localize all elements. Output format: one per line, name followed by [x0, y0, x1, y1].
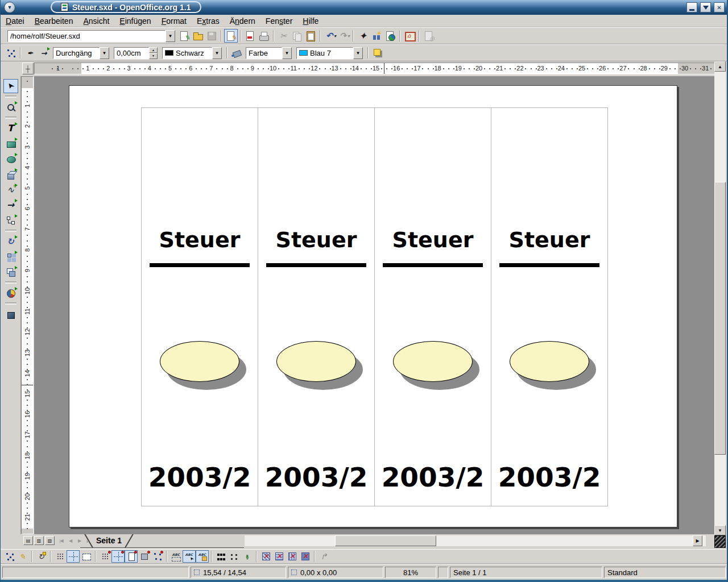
double-click-text-button[interactable] [196, 550, 209, 563]
label-column-2[interactable]: Steuer 2003/2 [258, 107, 375, 506]
fill-color-dropdown[interactable]: ▼ [353, 47, 363, 59]
master-view-button[interactable]: ▥ [34, 536, 44, 545]
undo-button[interactable]: ▾ [323, 29, 337, 43]
line-color-dropdown[interactable]: ▼ [212, 47, 222, 59]
minimize-button[interactable] [686, 2, 697, 13]
label-column-1[interactable]: Steuer 2003/2 [141, 107, 258, 506]
edit-points-button[interactable] [3, 550, 16, 563]
title-pill[interactable]: Steuer.sxd - OpenOffice.org 1.1 [51, 1, 201, 13]
arrange-tool[interactable] [3, 265, 18, 279]
label-rule[interactable] [266, 263, 366, 267]
new-document-button[interactable] [177, 29, 191, 43]
interaction-tool[interactable] [3, 307, 18, 321]
open-button[interactable] [191, 29, 205, 43]
drawing-canvas[interactable]: Steuer 2003/2 Steuer 2003/2 Steuer [34, 76, 715, 534]
menu-ansicht[interactable]: Ansicht [78, 16, 114, 26]
menu-format[interactable]: Format [156, 16, 192, 26]
menu-ndern[interactable]: Ändern [225, 16, 260, 26]
page-view-button[interactable]: ▤ [23, 536, 33, 545]
scroll-up-button[interactable]: ▲ [714, 61, 726, 72]
menu-fenster[interactable]: Fenster [260, 16, 297, 26]
scroll-right-button[interactable]: ▶ [693, 535, 702, 546]
arrow-style-button[interactable] [37, 46, 51, 60]
gallery-button[interactable] [403, 29, 416, 43]
line-width-field[interactable]: 0,00cm [114, 47, 149, 59]
label-rule[interactable] [150, 263, 250, 267]
contour-mode-button[interactable] [272, 550, 286, 563]
simple-handles-button[interactable] [214, 550, 228, 563]
ruler-origin-button[interactable]: ┼ [22, 63, 34, 74]
horizontal-scroll-thumb[interactable] [335, 535, 436, 546]
layer-view-button[interactable]: ▧ [45, 536, 55, 545]
ellipse-tool[interactable] [3, 152, 18, 166]
line-style-select[interactable]: Durchgäng [53, 47, 100, 59]
label-column-3[interactable]: Steuer 2003/2 [374, 107, 491, 506]
spin-up-button[interactable]: ▲ [149, 47, 158, 53]
show-grid-button[interactable] [53, 550, 67, 563]
label-rule[interactable] [499, 263, 599, 267]
rotation-mode-button[interactable] [35, 550, 48, 563]
label-period[interactable]: 2003/2 [375, 462, 491, 493]
fill-color-select[interactable]: Blau 7 [296, 47, 353, 59]
fill-type-dropdown[interactable]: ▼ [282, 47, 292, 59]
vertical-ruler[interactable]: 123456789101112131415161718192021 [21, 76, 34, 534]
close-button[interactable]: ✕ [714, 2, 725, 13]
label-period[interactable]: 2003/2 [491, 462, 607, 493]
snap-border-button[interactable] [138, 550, 151, 563]
text-placeholder-button[interactable] [286, 550, 299, 563]
scroll-down-button[interactable]: ▼ [714, 525, 726, 535]
document-page[interactable]: Steuer 2003/2 Steuer 2003/2 Steuer [69, 85, 677, 527]
line-dialog-button[interactable] [23, 46, 37, 60]
vertical-scrollbar[interactable]: ▲ ▼ [714, 61, 726, 548]
hyperlink-button[interactable] [383, 29, 397, 43]
edit-points-toggle[interactable] [4, 46, 18, 60]
horizontal-scrollbar[interactable] [245, 535, 706, 546]
url-dropdown-button[interactable]: ▼ [166, 30, 175, 42]
label-title[interactable]: Steuer [142, 227, 258, 252]
label-period[interactable]: 2003/2 [258, 462, 374, 493]
snap-margins-button[interactable] [125, 550, 138, 563]
ellipse-shape[interactable] [160, 341, 239, 382]
window-menu-button[interactable]: ▼ [4, 2, 15, 13]
vertical-scroll-thumb[interactable] [714, 182, 726, 455]
alignment-tool[interactable] [3, 250, 18, 264]
export-pdf-button[interactable] [243, 29, 257, 43]
show-guides-button[interactable] [67, 550, 80, 563]
modify-attributes-button[interactable] [241, 550, 254, 563]
menu-datei[interactable]: Datei [1, 16, 30, 26]
fill-type-select[interactable]: Farbe [246, 47, 282, 59]
large-handles-button[interactable] [228, 550, 241, 563]
label-title[interactable]: Steuer [258, 227, 374, 252]
maximize-button[interactable] [700, 2, 711, 13]
quick-edit-button[interactable] [169, 550, 183, 563]
snap-grid-button[interactable] [98, 550, 111, 563]
line-contour-button[interactable] [299, 550, 312, 563]
guides-front-button[interactable] [80, 550, 93, 563]
zoom-tool[interactable] [3, 100, 18, 114]
print-button[interactable] [257, 29, 271, 43]
label-title[interactable]: Steuer [375, 227, 491, 252]
line-style-dropdown[interactable]: ▼ [100, 47, 109, 59]
fill-dialog-button[interactable] [230, 46, 243, 60]
ellipse-shape[interactable] [510, 341, 589, 382]
label-column-4[interactable]: Steuer 2003/2 [491, 107, 608, 506]
snap-points-button[interactable] [151, 550, 164, 563]
select-tool[interactable] [3, 79, 18, 93]
glue-points-button[interactable] [16, 550, 29, 563]
select-text-area-button[interactable] [183, 550, 196, 563]
status-zoom-field[interactable]: 81% [385, 567, 436, 578]
menu-einfgen[interactable]: Einfügen [114, 16, 156, 26]
shadow-toggle[interactable] [371, 46, 384, 60]
rectangle-tool[interactable] [3, 136, 18, 151]
menu-bearbeiten[interactable]: Bearbeiten [30, 16, 78, 26]
connector-tool[interactable] [3, 213, 18, 227]
navigator-button[interactable] [356, 29, 370, 43]
insert-tool[interactable] [3, 286, 18, 300]
stylist-button[interactable] [370, 29, 383, 43]
ellipse-shape[interactable] [393, 341, 473, 382]
paste-button[interactable] [304, 29, 317, 43]
menu-extras[interactable]: Extras [192, 16, 225, 26]
spin-down-button[interactable]: ▼ [149, 53, 158, 59]
edit-file-button[interactable] [224, 29, 238, 43]
line-color-select[interactable]: Schwarz [162, 47, 212, 59]
